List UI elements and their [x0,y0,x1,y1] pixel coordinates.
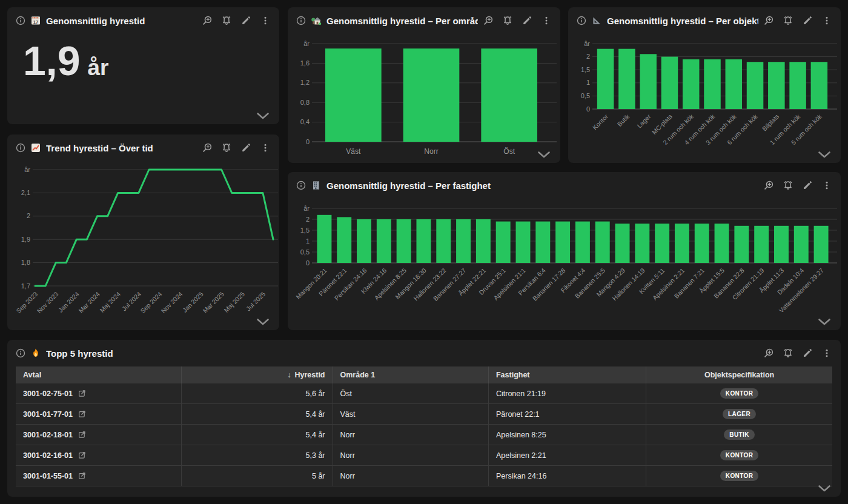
avtal-id: 3001-01-77-01 [23,410,73,419]
zoom-in-icon[interactable] [763,348,774,359]
zoom-in-icon[interactable] [763,180,774,191]
column-label: Objektspecifikation [704,371,774,379]
avtal-id: 3001-01-55-01 [23,472,73,480]
open-contract-icon[interactable] [78,410,86,418]
info-icon[interactable] [296,16,306,25]
svg-text:Lager: Lager [635,113,652,130]
table-head: Avtal↓HyrestidOmråde 1FastighetObjektspe… [16,366,832,383]
house-garden-icon [311,15,322,26]
zoom-in-icon[interactable] [763,15,774,26]
chart-increasing-icon [30,142,41,153]
kebab-menu-icon[interactable] [821,348,832,359]
column-label: Fastighet [496,371,530,379]
chevron-down-icon[interactable] [818,150,831,159]
table-header-row: Avtal↓HyrestidOmråde 1FastighetObjektspe… [16,366,832,383]
info-icon[interactable] [16,16,25,25]
fastighet-cell: Päronet 22:1 [488,404,646,425]
svg-text:år: år [303,40,310,47]
edit-pencil-icon[interactable] [802,348,813,359]
hyrestid-cell: 5,4 år [182,425,333,445]
svg-text:0: 0 [306,138,310,145]
svg-text:2: 2 [306,216,310,223]
panel-toolbar [483,15,552,26]
svg-text:Maj 2025: Maj 2025 [222,290,246,314]
per-objektspecifikation-bar-chart[interactable]: 00,511,52årKontorButikLagerMC-plats2 rum… [571,35,838,160]
panel-toolbar [763,180,832,191]
open-contract-icon[interactable] [78,451,86,459]
panel-title: Genomsnittlig hyrestid – Per område [326,16,478,26]
alert-bell-icon[interactable] [221,142,232,153]
edit-pencil-icon[interactable] [240,142,251,153]
column-header-fastighet[interactable]: Fastighet [488,366,646,383]
edit-pencil-icon[interactable] [522,15,532,26]
calendar-icon: 17 [30,15,41,26]
alert-bell-icon[interactable] [783,348,793,359]
fastighet-cell: Apelsinen 2:21 [488,445,646,466]
trend-line-chart[interactable]: 1,71,81,922,1årSep 2023Nov 2023Jan 2024M… [10,162,279,327]
table-row[interactable]: 3001-02-18-015,4 årNorrApelsinen 8:25BUT… [16,425,832,445]
panel-header: Topp 5 hyrestid [7,340,841,366]
chevron-down-icon[interactable] [537,150,551,159]
per-omrade-bar-chart[interactable]: 00,40,81,21,6årVästNorrÖst [290,35,558,160]
avtal-id: 3001-02-75-01 [23,390,73,398]
kebab-menu-icon[interactable] [260,142,271,153]
table-body: 3001-02-75-015,6 årÖstCitronen 21:19KONT… [16,383,832,486]
info-icon[interactable] [16,143,25,153]
kebab-menu-icon[interactable] [541,15,552,26]
kebab-menu-icon[interactable] [821,15,832,26]
chevron-down-icon[interactable] [256,111,270,120]
kebab-menu-icon[interactable] [260,15,271,26]
zoom-in-icon[interactable] [202,15,213,26]
chevron-down-icon[interactable] [818,317,831,326]
column-header-avtal[interactable]: Avtal [16,366,182,383]
table-row[interactable]: 3001-01-77-015,4 årVästPäronet 22:1LAGER [16,404,832,425]
objektspecifikation-cell: KONTOR [646,466,832,486]
svg-text:1,6: 1,6 [300,59,310,67]
column-header-objektspecifikation[interactable]: Objektspecifikation [646,366,832,383]
hyrestid-cell: 5 år [182,466,333,486]
info-icon[interactable] [16,348,25,358]
panel-title: Genomsnittlig hyrestid – Per fastighet [326,181,758,191]
omrade-cell: Norr [333,425,488,445]
svg-text:17: 17 [33,19,38,25]
edit-pencil-icon[interactable] [802,15,813,26]
svg-text:Nov 2024: Nov 2024 [159,290,184,314]
chevron-down-icon[interactable] [256,317,270,326]
zoom-in-icon[interactable] [202,142,213,153]
svg-text:2,1: 2,1 [21,189,30,196]
avtal-cell: 3001-01-55-01 [16,466,182,486]
office-building-icon [311,180,322,191]
svg-text:Nov 2023: Nov 2023 [35,290,59,314]
panel-toolbar [763,348,832,359]
edit-pencil-icon[interactable] [802,180,813,191]
open-contract-icon[interactable] [78,390,86,397]
alert-bell-icon[interactable] [783,180,793,191]
svg-text:2: 2 [27,212,30,219]
zoom-in-icon[interactable] [483,15,494,26]
panel-trend-over-tid: Trend hyrestid – Över tid 1,71,81,922,1å… [7,134,279,330]
alert-bell-icon[interactable] [502,15,513,26]
column-header-hyrestid[interactable]: ↓Hyrestid [182,366,333,383]
column-header-omr-de-1[interactable]: Område 1 [333,366,488,383]
objektspecifikation-cell: LAGER [646,404,832,425]
open-contract-icon[interactable] [78,472,86,480]
objektspecifikation-badge: BUTIK [724,429,755,440]
kebab-menu-icon[interactable] [821,180,832,191]
omrade-cell: Norr [333,466,488,486]
fastighet-cell: Persikan 24:16 [488,466,646,486]
table-row[interactable]: 3001-01-55-015 årNorrPersikan 24:16KONTO… [16,466,832,486]
alert-bell-icon[interactable] [221,15,232,26]
info-icon[interactable] [296,181,306,190]
info-icon[interactable] [577,16,586,25]
open-contract-icon[interactable] [78,431,86,439]
panel-header: Genomsnittlig hyrestid – Per fastighet [288,172,841,199]
table-row[interactable]: 3001-02-75-015,6 årÖstCitronen 21:19KONT… [16,383,832,404]
svg-text:Norr: Norr [424,147,438,156]
per-fastighet-bar-chart[interactable]: 00,511,52årMangon 20:21Päronet 22:1Persi… [290,200,838,328]
svg-text:Butik: Butik [615,112,631,128]
edit-pencil-icon[interactable] [240,15,251,26]
chevron-down-icon[interactable] [818,484,831,492]
alert-bell-icon[interactable] [783,15,793,26]
table-row[interactable]: 3001-02-16-015,3 årNorrApelsinen 2:21KON… [16,445,832,466]
panel-kpi-genomsnittlig-hyrestid: 17 Genomsnittlig hyrestid 1,9 år [7,7,279,124]
